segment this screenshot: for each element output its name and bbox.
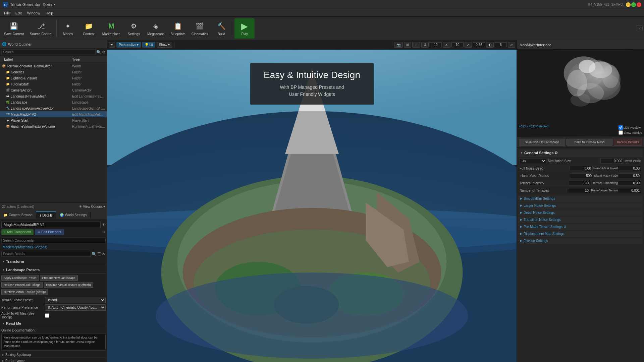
scale-icon-btn[interactable]: ⤢: [465, 42, 472, 48]
camera-icon-btn[interactable]: 📷: [394, 42, 403, 48]
toolbar-build[interactable]: 🔨 Build: [211, 18, 231, 39]
toolbar-content[interactable]: 📁 Content: [79, 18, 99, 39]
detail-noise-section[interactable]: ▶ Detail Noise Settings: [518, 209, 643, 216]
show-tooltips-checkbox[interactable]: [619, 130, 623, 135]
terrain-biome-select[interactable]: Island Desert Arctic: [45, 297, 106, 303]
performance-bottom-section[interactable]: Performance: [1, 358, 106, 362]
live-preview-label[interactable]: Live Preview: [619, 125, 642, 130]
toolbar-blueprints[interactable]: 📋 Blueprints: [168, 18, 188, 39]
toolbar-cinematics[interactable]: 🎬 Cinematics: [189, 18, 211, 39]
toolbar-source-control[interactable]: ⎇ Source Control: [27, 18, 55, 39]
tab-details[interactable]: ℹ Details: [36, 212, 56, 219]
add-component-button[interactable]: + Add Component: [1, 229, 34, 235]
move-icon-btn[interactable]: ↔: [412, 42, 420, 48]
outliner-row[interactable]: 🔧 LandscapeGizmoActiveActor LandscapeGiz…: [0, 105, 107, 111]
outliner-row[interactable]: 📦 RuntimeVirtualTextureVolume RuntimeVir…: [0, 123, 107, 129]
island-mask-invert-input[interactable]: [618, 166, 641, 171]
viewport-dropdown-btn[interactable]: ▾: [109, 42, 115, 48]
runtime-virtual-texture-setup-btn[interactable]: Runtime Virtual Texture (Setup): [1, 289, 48, 295]
refresh-procedural-foliage-btn[interactable]: Refresh Procedural Foliage: [1, 282, 43, 288]
grid-size-input[interactable]: [430, 42, 442, 47]
search-icon[interactable]: 🔍: [96, 50, 101, 55]
runtime-virtual-texture-refresh-btn[interactable]: Runtime Virtual Texture (Refresh): [44, 282, 93, 288]
toolbar-marketplace[interactable]: M Marketplace: [100, 18, 123, 39]
tab-world-settings[interactable]: 🌍 World Settings: [56, 212, 91, 218]
island-mask-radius-input[interactable]: [570, 173, 593, 178]
perspective-btn[interactable]: Perspective ▾: [116, 42, 141, 48]
outliner-row[interactable]: 📦 TerrainGenerator_DemoEditor World: [0, 63, 107, 69]
maximize-viewport-btn[interactable]: ⤢: [508, 42, 515, 48]
tab-content-browse[interactable]: 📁 Content Browse: [0, 212, 36, 218]
larger-noise-section[interactable]: ▶ Larger Noise Settings: [518, 202, 643, 209]
maximize-button[interactable]: □: [631, 2, 636, 7]
outliner-row[interactable]: 🏔 LandmassPreviewMesh Edit LandmassPrev.…: [0, 93, 107, 99]
island-mask-fade-input[interactable]: [618, 173, 641, 178]
baking-splatmaps-section[interactable]: Baking Splatmaps: [1, 352, 106, 358]
layer-input[interactable]: [495, 42, 507, 47]
toolbar-megascans[interactable]: ◈ Megascans: [145, 18, 167, 39]
toolbar-play[interactable]: ▶ Play: [234, 18, 255, 39]
readme-section[interactable]: Read Me: [1, 320, 106, 327]
search-details-input[interactable]: [1, 251, 91, 257]
outliner-row[interactable]: ▶ Player Start PlayerStart: [0, 117, 107, 123]
smooth-blur-section[interactable]: ▶ Smooth/Blur Settings: [518, 195, 643, 202]
outliner-row[interactable]: 🎬 CameraActor3 CameraActor: [0, 87, 107, 93]
displacement-map-section[interactable]: ▶ Displacement Map Settings: [518, 231, 643, 237]
grid-icon-btn[interactable]: ⊞: [404, 42, 411, 48]
outliner-row[interactable]: 📁 Lighting & Visuals Folder: [0, 75, 107, 81]
bake-preview-btn[interactable]: Bake to Preview Mesh: [567, 139, 613, 145]
raise-lower-input[interactable]: [618, 188, 641, 193]
bake-noise-btn[interactable]: Bake Noise to Landscape: [519, 139, 565, 145]
terrace-intensity-input[interactable]: [568, 181, 592, 186]
view-options-btn[interactable]: 👁 View Options ▾: [79, 205, 105, 208]
full-noise-seed-input[interactable]: [569, 166, 593, 171]
bp-eye-icon[interactable]: 👁: [102, 223, 106, 227]
search-detail-icon[interactable]: 🔍: [92, 252, 97, 256]
toolbar-expand-btn[interactable]: »: [636, 25, 643, 31]
menu-window[interactable]: Window: [24, 10, 43, 16]
apply-all-checkbox[interactable]: [45, 313, 49, 318]
apply-landscape-preset-btn[interactable]: Apply Landscape Preset: [1, 275, 39, 281]
prepare-new-landscape-btn[interactable]: Prepare New Landscape: [40, 275, 78, 281]
menu-edit[interactable]: Edit: [13, 10, 24, 16]
angle-icon-btn[interactable]: ∠: [443, 42, 450, 48]
toolbar-modes[interactable]: ✦ Modes: [58, 18, 78, 39]
menu-help[interactable]: Help: [43, 10, 56, 16]
lit-btn[interactable]: 💡 Lit: [142, 42, 155, 48]
edit-blueprint-button[interactable]: ✏ Edit Blueprint: [35, 229, 64, 235]
toolbar-settings[interactable]: ⚙ Settings: [124, 18, 144, 39]
close-button[interactable]: ×: [637, 2, 641, 7]
bp-name-input[interactable]: [1, 221, 101, 228]
transform-section[interactable]: Transform: [1, 258, 106, 265]
settings-filter-icon[interactable]: ⚙: [102, 50, 106, 55]
live-preview-checkbox[interactable]: [619, 125, 623, 130]
outliner-search-input[interactable]: [1, 49, 96, 55]
outliner-row[interactable]: 🌿 Landscape Landscape: [0, 99, 107, 105]
eye-detail-icon[interactable]: 👁: [102, 252, 106, 256]
show-tooltips-label[interactable]: Show Tooltips: [619, 130, 642, 135]
angle-input[interactable]: [451, 42, 464, 47]
back-defaults-btn[interactable]: Back to Defaults: [614, 139, 642, 145]
landscape-presets-section[interactable]: Landscape Presets: [1, 266, 106, 274]
terrace-smoothing-input[interactable]: [618, 181, 641, 186]
rotate-icon-btn[interactable]: ↺: [421, 42, 429, 48]
erosion-section[interactable]: ▶ Erosion Settings: [518, 238, 643, 244]
toolbar-save-current[interactable]: 💾 Save Current: [1, 18, 26, 39]
layer-icon-btn[interactable]: ◧: [486, 42, 494, 48]
premade-terrain-section[interactable]: ▶ Pre-Made Terrain Settings ⚙: [518, 224, 643, 230]
show-btn[interactable]: Show ▾: [157, 42, 172, 48]
outliner-row[interactable]: 🗺 MagicMapBP-V2 Edit MagicMapMat...: [0, 111, 107, 117]
list-view-icon[interactable]: ☰: [97, 252, 101, 256]
menu-file[interactable]: File: [1, 10, 13, 16]
scale-input[interactable]: [473, 42, 485, 47]
search-components-input[interactable]: [1, 238, 106, 243]
outliner-row[interactable]: 📁 TutorialStuff Folder: [0, 81, 107, 87]
performance-select[interactable]: 8. Auto - Cinematic Quality / Lo... 1. L…: [45, 304, 106, 311]
minimize-button[interactable]: −: [626, 2, 631, 7]
simulation-size-input[interactable]: [600, 159, 624, 164]
outliner-row[interactable]: 📁 Generics Folder: [0, 69, 107, 75]
simulation-size-select[interactable]: 4x2x1x: [520, 158, 546, 164]
component-settings-icon[interactable]: ⚙: [102, 230, 106, 234]
transition-noise-section[interactable]: ▶ Transition Noise Settings: [518, 217, 643, 223]
general-settings-header[interactable]: ▼ General Settings ⚙: [518, 149, 643, 157]
